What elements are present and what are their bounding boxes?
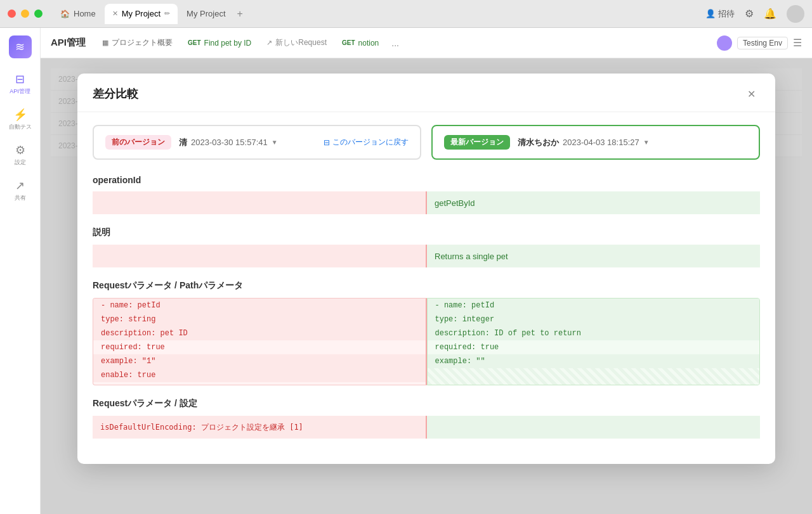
- diff-section-description: 説明 Returns a single pet: [93, 227, 760, 267]
- app-layout: ≋ ⊟ API管理 ⚡ 自動テス ⚙ 設定 ↗ 共有 API管理 ▦ プロジェク…: [0, 28, 812, 514]
- nav-tab-newrequest[interactable]: ↗ 新しいRequest: [260, 35, 333, 51]
- title-bar-right: 👤 招待 ⚙ 🔔: [705, 5, 804, 23]
- code-line: description: pet ID: [93, 326, 426, 340]
- diff-section-operationid: operationId getPetById: [93, 175, 760, 214]
- description-label: 説明: [93, 227, 760, 238]
- nav-tab-overview[interactable]: ▦ プロジェクト概要: [96, 35, 179, 51]
- sidebar-settings-label: 設定: [15, 158, 26, 167]
- tab-myproject2[interactable]: My Project: [179, 4, 233, 24]
- nav-right: Testing Env ☰: [717, 35, 802, 51]
- sidebar-item-api[interactable]: ⊟ API管理: [5, 68, 36, 99]
- nav-tab-notion-label: notion: [358, 39, 379, 48]
- top-nav: API管理 ▦ プロジェクト概要 GET Find pet by ID ↗ 新し…: [41, 28, 812, 58]
- description-prev: [93, 245, 427, 267]
- operationid-prev: [93, 191, 427, 214]
- version-header: 前のバージョン 清 2023-03-30 15:57:41 ▼ ⊟ このバージョ…: [93, 125, 760, 160]
- nav-tabs: ▦ プロジェクト概要 GET Find pet by ID ↗ 新しいReque…: [96, 35, 712, 51]
- restore-label: このバージョンに戻す: [332, 137, 409, 148]
- close-traffic-light[interactable]: [8, 10, 16, 18]
- title-bar: 🏠 Home ✕ My Project ✏ My Project + 👤 招待 …: [0, 0, 812, 28]
- settings-label: Requestパラメータ / 設定: [93, 398, 760, 409]
- sidebar-item-share[interactable]: ↗ 共有: [5, 175, 36, 205]
- code-line-empty: [428, 368, 760, 385]
- restore-version-button[interactable]: ⊟ このバージョンに戻す: [324, 137, 409, 148]
- code-line: - name: petId: [93, 299, 426, 312]
- share-icon: ↗: [15, 179, 25, 193]
- nav-tab-newrequest-label: 新しいRequest: [275, 37, 327, 48]
- tab-myproject2-label: My Project: [187, 9, 225, 18]
- code-line: example: "": [428, 354, 760, 368]
- minimize-traffic-light[interactable]: [21, 10, 29, 18]
- nav-user-avatar: [717, 35, 732, 51]
- latest-version-chevron: ▼: [643, 139, 650, 146]
- diff-section-pathparams: Requestパラメータ / Pathパラメータ - name: petId t…: [93, 280, 760, 385]
- code-line: description: ID of pet to return: [428, 326, 760, 340]
- user-avatar[interactable]: [787, 5, 804, 23]
- latest-version-badge: 最新バージョン: [444, 135, 510, 150]
- pathparams-prev: - name: petId type: string description: …: [93, 298, 427, 385]
- settings-latest: [427, 416, 760, 439]
- tab-home-label: Home: [74, 9, 96, 18]
- sidebar-api-label: API管理: [10, 87, 30, 96]
- prev-version-card: 前のバージョン 清 2023-03-30 15:57:41 ▼ ⊟ このバージョ…: [93, 125, 421, 160]
- code-line: type: integer: [428, 312, 760, 326]
- sidebar: ≋ ⊟ API管理 ⚡ 自動テス ⚙ 設定 ↗ 共有: [0, 28, 41, 514]
- settings-nav-icon: ⚙: [15, 143, 25, 157]
- modal-body: 前のバージョン 清 2023-03-30 15:57:41 ▼ ⊟ このバージョ…: [77, 112, 775, 464]
- tab-myproject-label: My Project: [122, 9, 160, 18]
- description-latest: Returns a single pet: [427, 245, 760, 267]
- tab-close-icon[interactable]: ✕: [112, 10, 118, 18]
- modal-overlay: 差分比較 ✕ 前のバージョン 清 2023-03-30: [41, 58, 812, 514]
- code-line: required: true: [428, 340, 760, 354]
- diff-modal: 差分比較 ✕ 前のバージョン 清 2023-03-30: [77, 74, 775, 464]
- code-line: required: true: [93, 340, 426, 354]
- restore-icon: ⊟: [324, 138, 330, 147]
- operationid-latest: getPetById: [427, 191, 760, 214]
- settings-diff-row: isDefaultUrlEncoding: プロジェクト設定を継承 [1]: [93, 416, 760, 439]
- operationid-label: operationId: [93, 175, 760, 185]
- nav-tab-notion[interactable]: GET notion: [336, 36, 385, 50]
- pathparams-latest: - name: petId type: integer description:…: [427, 298, 761, 385]
- code-line: example: "1": [93, 354, 426, 368]
- pathparams-label: Requestパラメータ / Pathパラメータ: [93, 280, 760, 292]
- more-tabs-button[interactable]: ...: [388, 35, 403, 51]
- invite-icon: 👤: [705, 9, 716, 18]
- home-icon: 🏠: [60, 10, 70, 18]
- prev-version-date: 2023-03-30 15:57:41: [191, 138, 268, 147]
- latest-version-user: 清水ちおか: [518, 137, 559, 148]
- invite-button[interactable]: 👤 招待: [705, 8, 735, 20]
- modal-close-button[interactable]: ✕: [742, 85, 760, 103]
- autotest-icon: ⚡: [13, 108, 27, 122]
- sidebar-item-autotest[interactable]: ⚡ 自動テス: [5, 104, 36, 134]
- latest-version-date: 2023-04-03 18:15:27: [563, 138, 639, 147]
- nav-menu-icon[interactable]: ☰: [793, 37, 802, 49]
- tab-edit-icon: ✏: [164, 10, 170, 18]
- sidebar-item-settings[interactable]: ⚙ 設定: [5, 139, 36, 170]
- latest-version-card: 最新バージョン 清水ちおか 2023-04-03 18:15:27 ▼: [431, 125, 760, 160]
- tab-myproject-active[interactable]: ✕ My Project ✏: [105, 4, 178, 24]
- add-tab-button[interactable]: +: [237, 8, 243, 20]
- main-content: API管理 ▦ プロジェクト概要 GET Find pet by ID ↗ 新し…: [41, 28, 812, 514]
- tab-home[interactable]: 🏠 Home: [53, 4, 103, 24]
- new-request-icon: ↗: [266, 39, 272, 47]
- modal-header: 差分比較 ✕: [77, 74, 775, 112]
- traffic-lights: [8, 10, 43, 18]
- overview-icon: ▦: [102, 39, 108, 47]
- get-icon-notion: GET: [342, 39, 355, 46]
- diff-section-settings: Requestパラメータ / 設定 isDefaultUrlEncoding: …: [93, 398, 760, 439]
- get-icon-findpet: GET: [188, 39, 201, 46]
- description-diff-row: Returns a single pet: [93, 245, 760, 267]
- tab-list: 🏠 Home ✕ My Project ✏ My Project +: [53, 4, 243, 24]
- nav-tab-findpet[interactable]: GET Find pet by ID: [181, 36, 258, 50]
- page-title: API管理: [51, 37, 86, 49]
- env-badge[interactable]: Testing Env: [737, 37, 788, 49]
- sidebar-logo: ≋: [9, 35, 32, 58]
- latest-version-info: 清水ちおか 2023-04-03 18:15:27 ▼: [518, 137, 650, 148]
- prev-version-badge: 前のバージョン: [105, 135, 171, 150]
- settings-icon[interactable]: ⚙: [745, 8, 754, 20]
- prev-version-user: 清: [179, 137, 187, 148]
- code-line: enable: true: [93, 368, 426, 382]
- pathparams-diff-row: - name: petId type: string description: …: [93, 298, 760, 385]
- notification-icon[interactable]: 🔔: [764, 8, 776, 20]
- maximize-traffic-light[interactable]: [34, 10, 43, 18]
